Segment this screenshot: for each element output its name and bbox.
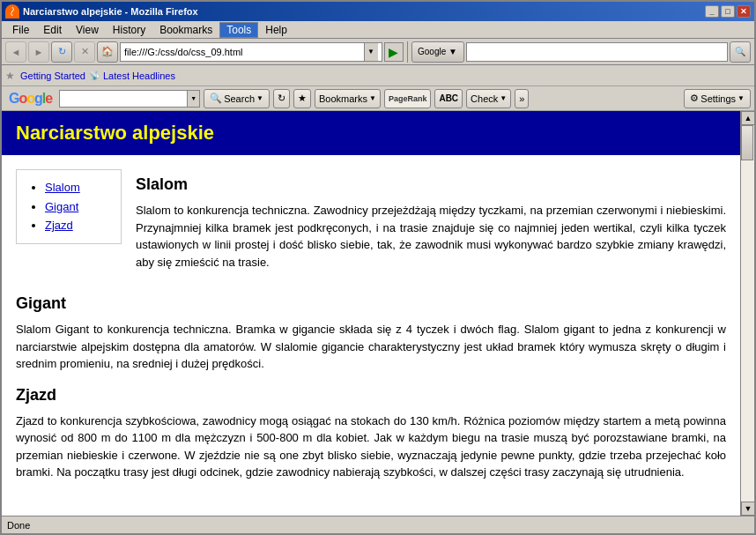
bookmark-star-icon: ★ bbox=[5, 70, 15, 82]
title-bar: Narciarstwo alpejskie - Mozilla Firefox … bbox=[2, 2, 754, 21]
check-dropdown-icon: ▼ bbox=[500, 94, 507, 102]
nav-toolbar: ◄ ► ↻ ✕ 🏠 ▼ ▶ Google ▼ 🔍 bbox=[2, 39, 754, 65]
nav-link-zjazd[interactable]: Zjazd bbox=[45, 219, 73, 232]
page-header: Narciarstwo alpejskie bbox=[2, 111, 740, 155]
menu-bar: File Edit View History Bookmarks Tools H… bbox=[2, 21, 754, 39]
zjazd-section: Zjazd Zjazd to konkurencja szybkościowa,… bbox=[16, 383, 726, 481]
status-text: Done bbox=[7, 520, 30, 531]
intro-section: Slalom Gigant Zjazd Slalom Slalom bbox=[16, 162, 726, 281]
settings-label: Settings bbox=[700, 93, 736, 104]
go-button[interactable]: ▶ bbox=[384, 42, 404, 62]
pagerank-badge: PageRank bbox=[384, 89, 432, 108]
google-search-button[interactable]: Google ▼ bbox=[411, 41, 464, 63]
forward-button[interactable]: ► bbox=[28, 41, 49, 63]
google-search-dropdown-arrow[interactable]: ▼ bbox=[187, 91, 199, 107]
scroll-track bbox=[741, 125, 754, 502]
bookmarks-btn[interactable]: Bookmarks ▼ bbox=[315, 89, 381, 108]
scroll-down-button[interactable]: ▼ bbox=[741, 502, 754, 516]
google-search-box: ▼ bbox=[59, 90, 200, 108]
check-btn[interactable]: Check ▼ bbox=[466, 89, 511, 108]
slalom-text: Slalom to konkurencja techniczna. Zawodn… bbox=[136, 202, 726, 271]
page-title: Narciarstwo alpejskie bbox=[16, 122, 726, 145]
nav-list: Slalom Gigant Zjazd bbox=[27, 179, 110, 234]
nav-link-slalom[interactable]: Slalom bbox=[45, 181, 80, 194]
settings-gear-icon: ⚙ bbox=[690, 93, 699, 104]
latest-headlines-link[interactable]: Latest Headlines bbox=[103, 71, 175, 81]
menu-edit[interactable]: Edit bbox=[36, 22, 69, 38]
menu-file[interactable]: File bbox=[5, 22, 36, 38]
gigant-section: Gigant Slalom Gigant to konkurencja tech… bbox=[16, 292, 726, 373]
window-controls: _ □ ✕ bbox=[705, 5, 751, 18]
settings-button[interactable]: ⚙ Settings ▼ bbox=[684, 89, 751, 108]
content-area: Narciarstwo alpejskie Slalom Gigant bbox=[2, 111, 754, 516]
menu-bookmarks[interactable]: Bookmarks bbox=[152, 22, 219, 38]
rss-icon: 📡 bbox=[89, 71, 100, 80]
menu-tools[interactable]: Tools bbox=[219, 22, 258, 38]
zjazd-text: Zjazd to konkurencja szybkościowa, zawod… bbox=[16, 412, 726, 481]
page-body: Slalom Gigant Zjazd Slalom Slalom bbox=[2, 155, 740, 499]
more-btn[interactable]: » bbox=[515, 89, 529, 108]
abc-icon-btn[interactable]: ABC bbox=[434, 89, 463, 108]
bookmarks-toolbar: ★ Getting Started 📡 Latest Headlines bbox=[2, 65, 754, 86]
gigant-title: Gigant bbox=[16, 292, 726, 316]
gigant-text: Slalom Gigant to konkurencja techniczna.… bbox=[16, 321, 726, 373]
menu-history[interactable]: History bbox=[106, 22, 152, 38]
status-bar: Done bbox=[2, 516, 754, 533]
refresh-icon-btn[interactable]: ↻ bbox=[273, 89, 290, 108]
scrollbar: ▲ ▼ bbox=[740, 111, 754, 516]
google-search-submit[interactable]: 🔍 bbox=[730, 41, 751, 63]
address-bar: ▼ bbox=[120, 42, 382, 62]
google-search-input[interactable] bbox=[471, 47, 724, 57]
page-content[interactable]: Narciarstwo alpejskie Slalom Gigant bbox=[2, 111, 740, 516]
getting-started-link[interactable]: Getting Started bbox=[20, 71, 85, 81]
browser-icon bbox=[5, 4, 19, 19]
nav-link-gigant[interactable]: Gigant bbox=[45, 200, 78, 213]
menu-view[interactable]: View bbox=[69, 22, 106, 38]
window-title: Narciarstwo alpejskie - Mozilla Firefox bbox=[23, 6, 198, 17]
stop-button[interactable]: ✕ bbox=[74, 41, 95, 63]
star-btn[interactable]: ★ bbox=[293, 89, 311, 108]
bookmarks-label: Bookmarks bbox=[319, 93, 367, 104]
pagerank-label: PageRank bbox=[389, 94, 427, 103]
reload-button[interactable]: ↻ bbox=[51, 41, 72, 63]
google-toolbar: Google ▼ 🔍 Search ▼ ↻ ★ Bookmarks ▼ Page… bbox=[2, 86, 754, 111]
settings-dropdown-icon: ▼ bbox=[737, 94, 745, 102]
search-button[interactable]: 🔍 Search ▼ bbox=[204, 89, 270, 108]
nav-item-slalom: Slalom bbox=[45, 179, 110, 197]
search-dropdown-icon: ▼ bbox=[256, 94, 263, 102]
address-dropdown[interactable]: ▼ bbox=[364, 43, 378, 61]
search-icon: 🔍 bbox=[210, 93, 222, 104]
home-button[interactable]: 🏠 bbox=[97, 41, 118, 63]
title-bar-left: Narciarstwo alpejskie - Mozilla Firefox bbox=[5, 4, 198, 19]
google-toolbar-search-input[interactable] bbox=[60, 93, 187, 104]
slalom-title: Slalom bbox=[136, 173, 726, 197]
zjazd-title: Zjazd bbox=[16, 383, 726, 407]
menu-help[interactable]: Help bbox=[258, 22, 294, 38]
nav-item-zjazd: Zjazd bbox=[45, 217, 110, 234]
close-button[interactable]: ✕ bbox=[737, 5, 751, 18]
scroll-up-button[interactable]: ▲ bbox=[741, 111, 754, 125]
browser-window: Narciarstwo alpejskie - Mozilla Firefox … bbox=[0, 0, 756, 535]
google-logo: Google bbox=[5, 91, 56, 107]
search-label: Search bbox=[224, 93, 255, 104]
nav-item-gigant: Gigant bbox=[45, 198, 110, 216]
check-label: Check bbox=[471, 93, 498, 104]
maximize-button[interactable]: □ bbox=[721, 5, 735, 18]
toolbar-separator bbox=[407, 41, 408, 63]
minimize-button[interactable]: _ bbox=[705, 5, 719, 18]
google-search-bar bbox=[466, 42, 729, 62]
scroll-thumb[interactable] bbox=[741, 125, 753, 160]
back-button[interactable]: ◄ bbox=[5, 41, 26, 63]
nav-table: Slalom Gigant Zjazd bbox=[16, 169, 122, 244]
slalom-section: Slalom Slalom to konkurencja techniczna.… bbox=[136, 162, 726, 281]
address-input[interactable] bbox=[124, 47, 364, 57]
bookmarks-dropdown-icon: ▼ bbox=[369, 94, 376, 102]
